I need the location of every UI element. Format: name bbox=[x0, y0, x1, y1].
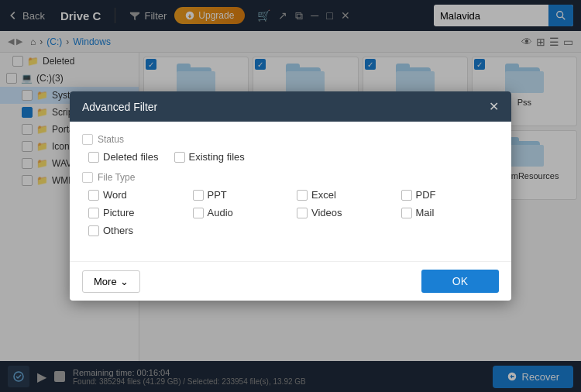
videos-checkbox[interactable] bbox=[297, 208, 308, 218]
others-checkbox[interactable] bbox=[88, 225, 99, 236]
more-button[interactable]: More ⌄ bbox=[82, 270, 140, 293]
ppt-checkbox[interactable] bbox=[193, 190, 204, 201]
deleted-files-checkbox[interactable] bbox=[88, 152, 99, 163]
existing-files-checkbox[interactable] bbox=[174, 152, 185, 163]
deleted-files-option[interactable]: Deleted files bbox=[88, 151, 159, 163]
filetype-others[interactable]: Others bbox=[88, 225, 187, 236]
pdf-checkbox[interactable] bbox=[401, 190, 412, 201]
excel-label: Excel bbox=[311, 189, 336, 201]
audio-label: Audio bbox=[208, 207, 233, 218]
modal-body: Status Deleted files Existing files File… bbox=[70, 122, 511, 261]
status-section-label: Status bbox=[82, 134, 499, 145]
advanced-filter-modal: Advanced Filter ✕ Status Deleted files E… bbox=[70, 91, 511, 301]
file-type-grid: Word PPT Excel PDF Picture bbox=[82, 189, 499, 236]
pdf-label: PDF bbox=[416, 189, 436, 201]
chevron-down-icon: ⌄ bbox=[120, 276, 129, 287]
filetype-label: File Type bbox=[98, 172, 135, 183]
others-label: Others bbox=[103, 225, 133, 236]
filetype-ppt[interactable]: PPT bbox=[193, 189, 291, 201]
ppt-label: PPT bbox=[208, 189, 227, 201]
filetype-picture[interactable]: Picture bbox=[88, 207, 187, 218]
ok-button[interactable]: OK bbox=[421, 270, 499, 293]
modal-footer: More ⌄ OK bbox=[70, 261, 511, 301]
filetype-videos[interactable]: Videos bbox=[297, 207, 395, 218]
word-label: Word bbox=[103, 189, 127, 201]
picture-label: Picture bbox=[103, 207, 134, 218]
existing-files-label: Existing files bbox=[189, 151, 245, 163]
filetype-pdf[interactable]: PDF bbox=[401, 189, 500, 201]
modal-overlay: Advanced Filter ✕ Status Deleted files E… bbox=[0, 0, 581, 392]
filetype-section-label: File Type bbox=[82, 172, 499, 183]
modal-header: Advanced Filter ✕ bbox=[70, 91, 511, 122]
existing-files-option[interactable]: Existing files bbox=[174, 151, 245, 163]
modal-title: Advanced Filter bbox=[82, 101, 157, 113]
modal-close-button[interactable]: ✕ bbox=[489, 99, 499, 114]
word-checkbox[interactable] bbox=[88, 190, 99, 201]
filetype-word[interactable]: Word bbox=[88, 189, 187, 201]
deleted-files-label: Deleted files bbox=[103, 151, 159, 163]
more-label: More bbox=[94, 276, 117, 287]
status-label: Status bbox=[98, 134, 124, 145]
filetype-excel[interactable]: Excel bbox=[297, 189, 395, 201]
audio-checkbox[interactable] bbox=[193, 208, 204, 218]
status-checkbox-row: Deleted files Existing files bbox=[82, 151, 499, 163]
excel-checkbox[interactable] bbox=[297, 190, 308, 201]
mail-label: Mail bbox=[416, 207, 435, 218]
videos-label: Videos bbox=[311, 207, 342, 218]
picture-checkbox[interactable] bbox=[88, 208, 99, 218]
filetype-audio[interactable]: Audio bbox=[193, 207, 291, 218]
mail-checkbox[interactable] bbox=[401, 208, 412, 218]
filetype-mail[interactable]: Mail bbox=[401, 207, 500, 218]
